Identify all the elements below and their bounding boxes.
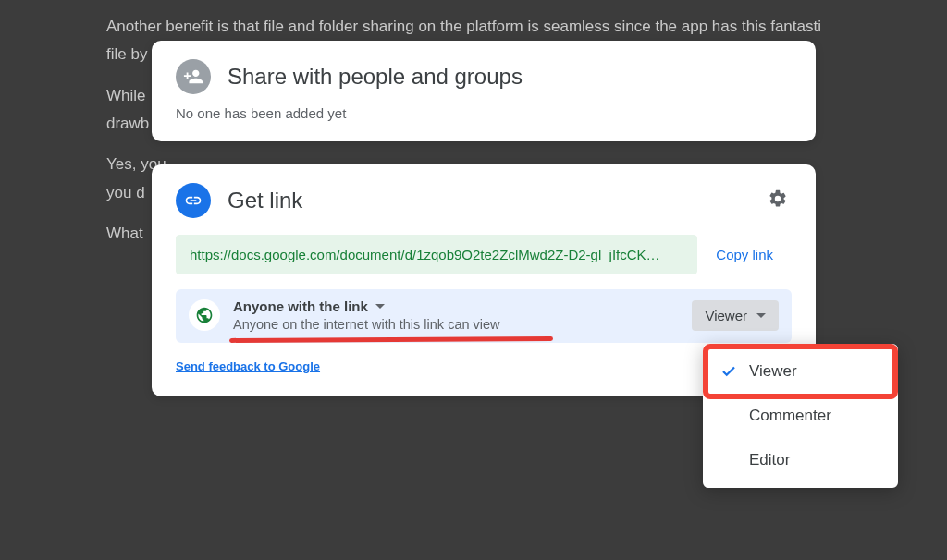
person-add-icon <box>176 59 211 94</box>
share-url[interactable]: https://docs.google.com/document/d/1zqob… <box>176 235 697 274</box>
annotation-underline <box>229 336 553 343</box>
role-option-label: Editor <box>749 451 790 469</box>
check-icon <box>719 363 738 380</box>
role-option-commenter[interactable]: Commenter <box>708 394 892 438</box>
share-subtitle: No one has been added yet <box>176 105 792 121</box>
share-title: Share with people and groups <box>228 64 523 90</box>
send-feedback-link[interactable]: Send feedback to Google <box>176 359 320 373</box>
role-dropdown-button[interactable]: Viewer <box>692 300 779 331</box>
bg-paragraph: Another benefit is that file and folder … <box>106 15 841 39</box>
share-people-card: Share with people and groups No one has … <box>152 41 816 141</box>
role-button-label: Viewer <box>705 308 747 323</box>
role-option-editor[interactable]: Editor <box>708 438 892 482</box>
gear-icon[interactable] <box>764 185 792 216</box>
get-link-title: Get link <box>228 188 747 213</box>
copy-link-button[interactable]: Copy link <box>697 235 792 274</box>
access-scope-label: Anyone with the link <box>233 298 368 314</box>
access-scope-dropdown[interactable]: Anyone with the link <box>233 298 679 314</box>
role-dropdown-menu: Viewer Commenter Editor <box>703 344 898 488</box>
access-scope-description: Anyone on the internet with this link ca… <box>233 317 679 332</box>
role-option-label: Viewer <box>749 362 797 381</box>
role-option-label: Commenter <box>749 407 831 425</box>
link-access-row: Anyone with the link Anyone on the inter… <box>176 289 792 343</box>
link-icon <box>176 183 211 218</box>
caret-down-icon <box>756 313 766 318</box>
caret-down-icon <box>375 304 385 309</box>
role-option-viewer[interactable]: Viewer <box>708 349 892 394</box>
globe-icon <box>189 299 220 331</box>
